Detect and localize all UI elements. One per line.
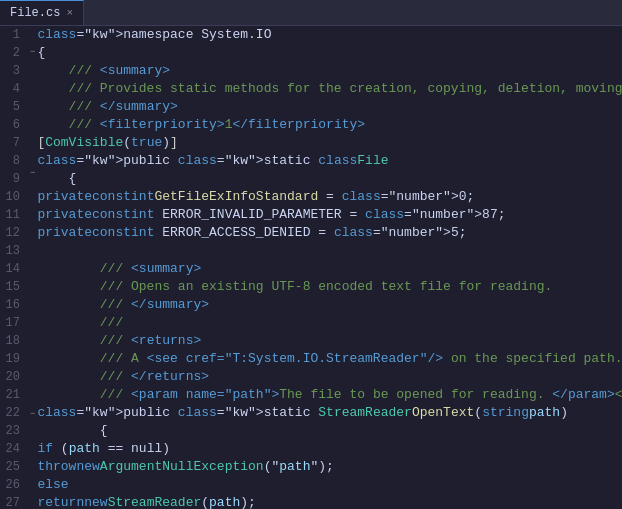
line-number: 4: [0, 80, 24, 98]
code-line: /// <filterpriority>1</filterpriority>: [37, 116, 622, 134]
code-line: class="kw">public class="kw">static clas…: [37, 152, 622, 170]
line-number: 8: [0, 152, 24, 170]
line-number: 14: [0, 260, 24, 278]
title-bar: File.cs ×: [0, 0, 622, 26]
tab-filename: File.cs: [10, 6, 60, 20]
line-number: 16: [0, 296, 24, 314]
line-number: 24: [0, 440, 24, 458]
code-line: {: [37, 170, 622, 188]
code-line: class="kw">namespace System.IO: [37, 26, 622, 44]
line-number: 1: [0, 26, 24, 44]
line-number: 6: [0, 116, 24, 134]
line-number: 5: [0, 98, 24, 116]
code-line: ///: [37, 314, 622, 332]
code-editor: 1234567891011121314151617181920212223242…: [0, 26, 622, 509]
code-line: {: [37, 422, 622, 440]
code-line: class="kw">public class="kw">static Stre…: [37, 404, 622, 422]
line-number: 12: [0, 224, 24, 242]
code-line: throw new ArgumentNullException("path");: [37, 458, 622, 476]
line-number: 10: [0, 188, 24, 206]
line-number: 13: [0, 242, 24, 260]
code-line: /// Provides static methods for the crea…: [37, 80, 622, 98]
line-number: 20: [0, 368, 24, 386]
line-number: 15: [0, 278, 24, 296]
file-tab[interactable]: File.cs ×: [0, 0, 84, 25]
code-line: private const int ERROR_ACCESS_DENIED = …: [37, 224, 622, 242]
code-content: class="kw">namespace System.IO{ /// <sum…: [35, 26, 622, 509]
line-number: 11: [0, 206, 24, 224]
line-number-gutter: 1234567891011121314151617181920212223242…: [0, 26, 30, 509]
code-line: /// <returns>: [37, 332, 622, 350]
line-number: 2: [0, 44, 24, 62]
code-line: /// </summary>: [37, 296, 622, 314]
code-line: /// </returns>: [37, 368, 622, 386]
code-line: /// Opens an existing UTF-8 encoded text…: [37, 278, 622, 296]
code-line: /// A <see cref="T:System.IO.StreamReade…: [37, 350, 622, 368]
line-number: 7: [0, 134, 24, 152]
code-line: private const int ERROR_INVALID_PARAMETE…: [37, 206, 622, 224]
code-line: if (path == null): [37, 440, 622, 458]
line-number: 18: [0, 332, 24, 350]
code-line: return new StreamReader(path);: [37, 494, 622, 509]
line-number: 22: [0, 404, 24, 422]
line-number: 26: [0, 476, 24, 494]
code-line: /// <summary>: [37, 260, 622, 278]
tab-close-button[interactable]: ×: [66, 8, 73, 19]
code-line: /// <summary>: [37, 62, 622, 80]
code-line: [ComVisible(true)]: [37, 134, 622, 152]
line-number: 21: [0, 386, 24, 404]
line-number: 23: [0, 422, 24, 440]
line-number: 27: [0, 494, 24, 509]
code-line: /// <param name="path">The file to be op…: [37, 386, 622, 404]
code-line: private const int GetFileExInfoStandard …: [37, 188, 622, 206]
line-number: 17: [0, 314, 24, 332]
code-line: else: [37, 476, 622, 494]
line-number: 3: [0, 62, 24, 80]
code-line: [37, 242, 622, 260]
line-number: 9: [0, 170, 24, 188]
line-number: 25: [0, 458, 24, 476]
code-line: {: [37, 44, 622, 62]
code-line: /// </summary>: [37, 98, 622, 116]
line-number: 19: [0, 350, 24, 368]
